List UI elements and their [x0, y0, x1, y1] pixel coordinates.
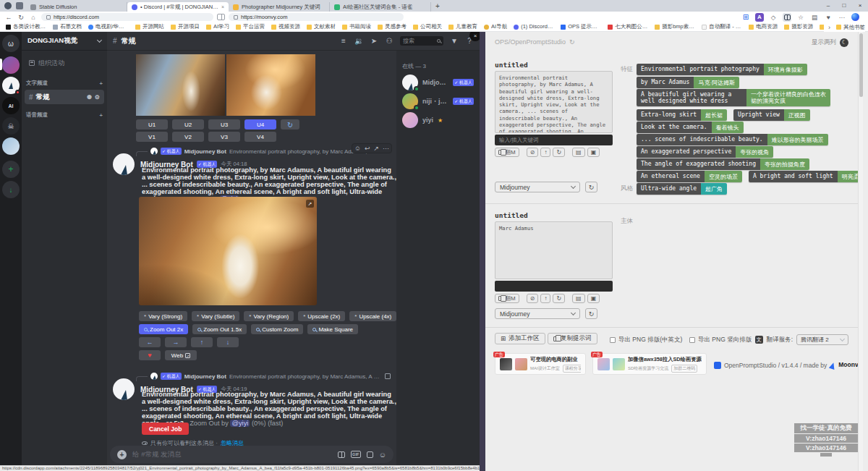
- theme-toggle-icon[interactable]: ☾: [840, 38, 848, 47]
- category-text-channels[interactable]: 文字频道+: [26, 80, 103, 87]
- prompt-tag[interactable]: Ultra-wide angle超广角: [637, 183, 727, 195]
- app-extension-icon[interactable]: A: [755, 13, 764, 22]
- rewards-icon[interactable]: ◇: [769, 13, 778, 22]
- bookmarks-overflow-icon[interactable]: ›: [828, 24, 830, 31]
- bookmark-item[interactable]: 自动翻译 - Google...: [702, 23, 742, 30]
- bookmark-item[interactable]: OPS 提示词工具 | 自...: [561, 23, 601, 30]
- upscale-button[interactable]: U4: [244, 119, 276, 130]
- more-menu-icon[interactable]: ···: [838, 13, 846, 22]
- bookmark-item[interactable]: 石墨文档: [53, 23, 82, 30]
- vary-button[interactable]: *Vary (Region): [244, 311, 294, 321]
- browser-essentials-icon[interactable]: ♥: [824, 13, 833, 22]
- bookmark-item[interactable]: AI学习: [206, 23, 229, 30]
- server-avatar[interactable]: ☠: [2, 117, 20, 135]
- bookmark-item[interactable]: AI导航: [484, 23, 507, 30]
- upscale-button[interactable]: U2: [172, 119, 204, 130]
- category-voice-channels[interactable]: 语音频道+: [26, 111, 103, 119]
- bookmark-item[interactable]: 电商资源: [749, 23, 778, 30]
- add-server-button[interactable]: +: [2, 161, 20, 178]
- server-avatar-midjourney[interactable]: [2, 77, 20, 94]
- add-channel-icon[interactable]: +: [100, 112, 103, 119]
- zoom-button[interactable]: Make Square: [307, 324, 358, 334]
- user-mention[interactable]: @yiyi: [230, 420, 250, 427]
- save-button[interactable]: ▣: [587, 294, 600, 303]
- grid-image-left[interactable]: [136, 54, 225, 116]
- inbox-icon[interactable]: ▼: [450, 37, 459, 45]
- app-select[interactable]: Midjourney: [495, 308, 580, 319]
- server-avatar[interactable]: [2, 137, 20, 155]
- bookmark-item[interactable]: 各类设计教程福利站: [6, 23, 46, 30]
- gift-icon[interactable]: [338, 451, 345, 458]
- member-list-icon[interactable]: ⚇: [385, 37, 393, 45]
- prompt-tag[interactable]: ... scenes of indescribable beauty.难以形容的…: [637, 134, 828, 145]
- export-png-checkbox-2[interactable]: 导出 PNG 竖向排版: [689, 336, 752, 344]
- pan-arrow-button[interactable]: →: [165, 337, 187, 347]
- add-channel-icon[interactable]: +: [100, 80, 103, 87]
- message-input[interactable]: + 给 #常规 发消息 GIF ☺: [110, 446, 393, 463]
- discord-home-button[interactable]: ω: [2, 35, 20, 52]
- split-screen-button[interactable]: [783, 13, 791, 22]
- more-icon[interactable]: ···: [383, 145, 389, 152]
- vary-button[interactable]: *Upscale (4x): [349, 311, 396, 321]
- keyword-input[interactable]: 输入/插入关键词: [495, 135, 613, 145]
- bookmark-item[interactable]: 书籍阅读: [342, 23, 371, 30]
- channel-settings-icon[interactable]: ⚙: [95, 94, 100, 101]
- threads-icon[interactable]: ≡: [339, 37, 348, 45]
- variation-button[interactable]: V3: [208, 132, 240, 142]
- copy-prompt-button[interactable]: 复制提示词: [548, 333, 597, 344]
- maximize-button[interactable]: □: [836, 0, 852, 12]
- favorite-button[interactable]: ♥: [139, 350, 161, 360]
- translate-service-select[interactable]: 腾讯翻译 2: [796, 334, 848, 345]
- extensions-icon[interactable]: ⊞: [741, 13, 750, 22]
- bookmark-item[interactable]: 视频资源: [271, 23, 300, 30]
- bookmark-item[interactable]: 平台运营: [236, 23, 265, 30]
- copy-translate-button[interactable]: 翻M: [495, 294, 519, 303]
- attach-icon[interactable]: +: [117, 450, 127, 459]
- minimize-button[interactable]: –: [820, 0, 836, 12]
- browser-tab-active[interactable]: • Discord | #常规 | DONGJIAN视觉×: [127, 2, 229, 12]
- search-input[interactable]: 搜索: [400, 36, 443, 46]
- move-up-button[interactable]: ↑: [540, 148, 550, 157]
- address-bar-right[interactable]: https://moonvy.com: [229, 13, 404, 21]
- app-select[interactable]: Midjourney: [495, 182, 580, 192]
- scrollbar[interactable]: [858, 32, 863, 471]
- bookmark-item[interactable]: 电视剧/华语电视剧: [88, 23, 129, 30]
- expand-image-icon[interactable]: ↗: [306, 200, 314, 208]
- bookmark-item[interactable]: 公司相关: [413, 23, 442, 30]
- ad-button[interactable]: 课程分享: [563, 365, 581, 373]
- variation-button[interactable]: V1: [136, 132, 168, 142]
- upscale-button[interactable]: U3: [208, 119, 240, 130]
- browser-tab[interactable]: Photographer Midjourney 关键词: [229, 2, 330, 12]
- collections-icon[interactable]: ▤: [810, 13, 819, 22]
- browser-tab[interactable]: Stable Diffusion: [26, 2, 127, 12]
- layout-button[interactable]: ▤: [572, 294, 585, 303]
- layout-button[interactable]: ▤: [572, 148, 585, 157]
- web-button[interactable]: Web↗: [165, 350, 197, 360]
- member-row[interactable]: Midjourney Bot ✓ 机器人: [401, 73, 475, 92]
- overlay-close-button[interactable]: ×: [469, 32, 480, 41]
- reply-icon[interactable]: ↩: [365, 145, 370, 152]
- pan-arrow-button[interactable]: ←: [139, 337, 161, 347]
- prompt-tag[interactable]: Upright view正视图: [733, 109, 810, 121]
- copy-translate-button[interactable]: 翻M: [495, 148, 519, 157]
- add-workspace-button[interactable]: ⊞添加工作区: [495, 333, 545, 344]
- zoom-button[interactable]: Zoom Out 2x: [139, 324, 188, 334]
- split-view-icon[interactable]: [217, 14, 225, 20]
- browser-tab[interactable]: AI绘画社区关键词合集 - 语雀: [330, 2, 431, 12]
- dismiss-message-link[interactable]: 忽略消息: [221, 439, 244, 446]
- emoji-icon[interactable]: ☺: [379, 451, 386, 459]
- refresh-button[interactable]: ↻: [553, 148, 565, 157]
- channel-item-active[interactable]: #常规⚉⚙: [25, 90, 104, 104]
- other-bookmarks[interactable]: 其他书签: [836, 24, 865, 31]
- move-up-button[interactable]: ↑: [540, 294, 550, 303]
- notifications-icon[interactable]: 🔉: [354, 37, 363, 45]
- keyword-input[interactable]: [495, 281, 613, 292]
- prompt-tag[interactable]: A beautiful girl wearing a well designed…: [637, 89, 830, 106]
- prompt-tag[interactable]: Environmental portrait photography环境肖像摄影: [637, 64, 807, 75]
- prompt-textarea[interactable]: Marc Adamus: [495, 221, 613, 279]
- sticker-icon[interactable]: [367, 451, 373, 458]
- sync-button[interactable]: ↻: [585, 182, 597, 192]
- bookmark-item[interactable]: 摄影资源: [784, 23, 813, 30]
- bookmark-item[interactable]: 摄影bmp素材资料包...: [655, 23, 695, 30]
- refresh-button[interactable]: ↻: [553, 294, 565, 303]
